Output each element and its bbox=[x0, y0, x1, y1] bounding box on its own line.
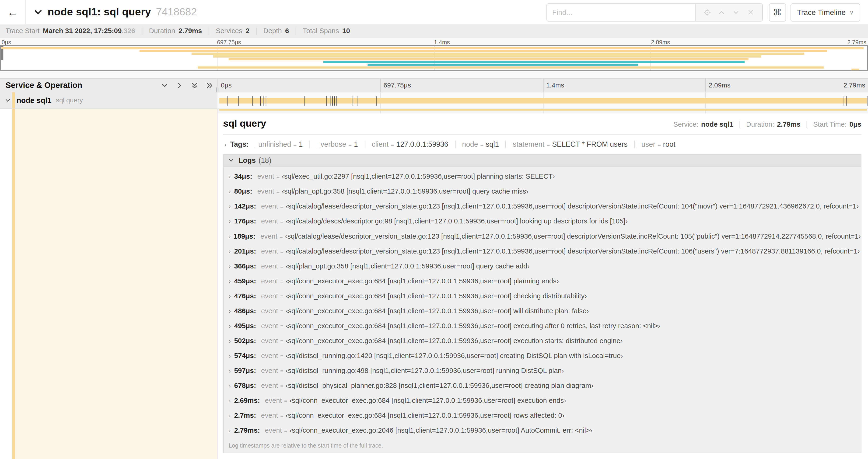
equals-sign: = bbox=[657, 141, 661, 147]
find-prev-icon[interactable] bbox=[716, 6, 727, 18]
detail-overview-value: 0μs bbox=[849, 121, 861, 128]
minimap-span bbox=[323, 61, 745, 63]
log-expand-chevron-icon[interactable]: › bbox=[229, 277, 234, 285]
equals-sign: = bbox=[280, 293, 283, 299]
minimap-span bbox=[192, 53, 805, 55]
log-row[interactable]: ›678μs:event=‹sql/distsql_physical_plann… bbox=[229, 378, 861, 393]
trace-info-label: Duration bbox=[149, 28, 175, 35]
log-row[interactable]: ›80μs:event=‹sql/plan_opt.go:358 [nsql1,… bbox=[229, 184, 861, 199]
log-row[interactable]: ›597μs:event=‹sql/distsql_running.go:498… bbox=[229, 363, 861, 378]
span-row-timeline bbox=[217, 92, 868, 109]
log-row[interactable]: ›189μs:event=‹sql/catalog/lease/descript… bbox=[229, 229, 861, 244]
equals-sign: = bbox=[284, 398, 287, 404]
log-expand-chevron-icon[interactable]: › bbox=[229, 337, 234, 345]
minimap-canvas[interactable] bbox=[0, 45, 868, 71]
detail-overview-value: 2.79ms bbox=[777, 121, 801, 128]
log-expand-chevron-icon[interactable]: › bbox=[229, 292, 234, 300]
tag-item: client=127.0.0.1:59936 bbox=[365, 140, 455, 148]
log-field-key: event bbox=[261, 248, 278, 255]
log-event-tick bbox=[227, 96, 227, 105]
trace-info-value: March 31 2022, 17:25:09 bbox=[43, 28, 122, 35]
trace-info-suffix: .326 bbox=[122, 28, 135, 35]
logs-header[interactable]: Logs (18) bbox=[223, 155, 861, 167]
trace-view-select[interactable]: Trace Timeline ∨ bbox=[790, 3, 860, 21]
log-row[interactable]: ›476μs:event=‹sql/conn_executor_exec.go:… bbox=[229, 289, 861, 304]
span-row[interactable]: node sql1 sql query bbox=[0, 92, 868, 109]
log-row[interactable]: ›2.7ms:event=‹sql/conn_executor_exec.go:… bbox=[229, 408, 861, 423]
log-row[interactable]: ›2.69ms:event=‹sql/conn_executor_exec.go… bbox=[229, 393, 861, 408]
minimap-span bbox=[229, 58, 748, 60]
log-expand-chevron-icon[interactable]: › bbox=[229, 367, 234, 375]
collapse-one-level-icon[interactable] bbox=[176, 81, 183, 89]
log-row[interactable]: ›486μs:event=‹sql/conn_executor_exec.go:… bbox=[229, 304, 861, 319]
log-timestamp: 366μs: bbox=[234, 262, 256, 270]
log-row[interactable]: ›366μs:event=‹sql/plan_opt.go:358 [nsql1… bbox=[229, 259, 861, 274]
log-expand-chevron-icon[interactable]: › bbox=[229, 203, 234, 210]
log-field-key: event bbox=[261, 262, 278, 270]
equals-sign: = bbox=[276, 189, 280, 195]
minimap-tick-label: 0μs bbox=[2, 38, 11, 45]
log-expand-chevron-icon[interactable]: › bbox=[229, 218, 234, 225]
timeline-header-column: 1.4ms bbox=[543, 78, 705, 92]
log-row[interactable]: ›495μs:event=‹sql/conn_executor_exec.go:… bbox=[229, 319, 861, 333]
log-expand-chevron-icon[interactable]: › bbox=[229, 412, 234, 420]
span-operation-name: sql query bbox=[56, 96, 83, 104]
find-next-icon[interactable] bbox=[731, 6, 742, 18]
log-field-key: event bbox=[257, 173, 274, 181]
column-resize-handle[interactable]: || bbox=[214, 87, 221, 92]
log-timestamp: 142μs: bbox=[234, 203, 256, 210]
log-expand-chevron-icon[interactable]: › bbox=[229, 382, 234, 390]
log-field-key: event bbox=[261, 307, 278, 315]
trace-view-label: Trace Timeline bbox=[797, 8, 846, 16]
log-row[interactable]: ›502μs:event=‹sql/conn_executor_exec.go:… bbox=[229, 333, 861, 349]
collapse-controls bbox=[153, 81, 213, 89]
locate-icon[interactable] bbox=[702, 6, 713, 18]
log-field-key: event bbox=[261, 322, 278, 330]
minimap-span bbox=[851, 69, 859, 71]
find-clear-icon[interactable] bbox=[745, 6, 756, 18]
tag-item: node=sql1 bbox=[455, 140, 505, 148]
detail-overview-item: Duration:2.79ms bbox=[739, 121, 806, 128]
expand-one-level-icon[interactable] bbox=[160, 81, 168, 89]
tags-expand-chevron-icon[interactable]: › bbox=[224, 141, 226, 147]
span-duration-bar[interactable] bbox=[219, 98, 867, 103]
top-header: ← node sql1: sql query 7418682 bbox=[0, 0, 868, 24]
log-row[interactable]: ›176μs:event=‹sql/catalog/descs/descript… bbox=[229, 214, 861, 229]
log-field-value: ‹sql/distsql_running.go:498 [nsql1,clien… bbox=[286, 367, 564, 375]
log-row[interactable]: ›574μs:event=‹sql/distsql_running.go:142… bbox=[229, 349, 861, 363]
log-expand-chevron-icon[interactable]: › bbox=[229, 262, 234, 270]
row-collapse-chevron-icon[interactable] bbox=[4, 97, 11, 104]
keyboard-shortcuts-button[interactable]: ⌘ bbox=[769, 3, 786, 21]
log-row[interactable]: ›34μs:event=‹sql/exec_util.go:2297 [nsql… bbox=[229, 169, 861, 184]
log-row[interactable]: ›459μs:event=‹sql/conn_executor_exec.go:… bbox=[229, 274, 861, 289]
collapse-all-icon[interactable] bbox=[205, 81, 213, 89]
log-row[interactable]: ›142μs:event=‹sql/catalog/lease/descript… bbox=[229, 199, 861, 214]
log-expand-chevron-icon[interactable]: › bbox=[229, 397, 234, 405]
log-event-tick bbox=[334, 96, 335, 105]
minimap-tick-labels: 0μs697.75μs1.4ms2.09ms2.79ms bbox=[0, 38, 868, 45]
log-expand-chevron-icon[interactable]: › bbox=[229, 233, 234, 240]
tag-key: client bbox=[372, 140, 389, 148]
log-row[interactable]: ›2.79ms:event=‹sql/conn_executor_exec.go… bbox=[229, 423, 861, 438]
collapse-trace-chevron-icon[interactable] bbox=[34, 8, 43, 17]
timeline-column-label: 2.09ms bbox=[706, 81, 730, 89]
log-expand-chevron-icon[interactable]: › bbox=[229, 352, 234, 360]
detail-overview-label: Duration: bbox=[746, 121, 774, 128]
equals-sign: = bbox=[280, 233, 283, 239]
span-detail-area: sql query Service:node sql1Duration:2.79… bbox=[0, 109, 868, 459]
tags-row[interactable]: › Tags: _unfinished=1_verbose=1client=12… bbox=[223, 135, 861, 153]
log-expand-chevron-icon[interactable]: › bbox=[229, 307, 234, 315]
log-expand-chevron-icon[interactable]: › bbox=[229, 188, 234, 195]
log-expand-chevron-icon[interactable]: › bbox=[229, 322, 234, 330]
back-button[interactable]: ← bbox=[0, 0, 26, 24]
log-expand-chevron-icon[interactable]: › bbox=[229, 427, 234, 434]
expand-all-icon[interactable] bbox=[190, 81, 198, 89]
timeline-end-label: 2.79ms bbox=[843, 78, 865, 92]
tags-label[interactable]: Tags: bbox=[230, 140, 249, 148]
log-field-key: event bbox=[261, 382, 278, 390]
log-event-tick bbox=[266, 96, 266, 105]
log-expand-chevron-icon[interactable]: › bbox=[229, 173, 234, 181]
find-input[interactable] bbox=[547, 3, 695, 21]
log-row[interactable]: ›201μs:event=‹sql/catalog/lease/descript… bbox=[229, 244, 861, 259]
log-expand-chevron-icon[interactable]: › bbox=[229, 248, 234, 255]
